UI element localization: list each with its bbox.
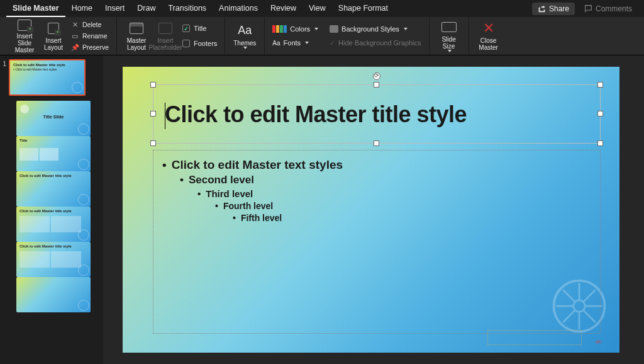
decor-icon	[78, 194, 89, 205]
decor-icon	[78, 229, 89, 241]
delete-button[interactable]: ✕Delete	[70, 20, 109, 30]
fonts-icon: Aa	[272, 40, 280, 47]
title-text[interactable]: Click to edit Master title style	[153, 85, 600, 144]
rename-button[interactable]: ▭Rename	[70, 31, 109, 42]
thumb-layout-3[interactable]: Click to edit Master title style	[16, 171, 91, 207]
body-placeholder[interactable]: Click to edit Master text styles Second …	[153, 150, 601, 334]
slide-size-button[interactable]: Slide Size	[435, 19, 464, 54]
colors-icon	[272, 25, 287, 33]
close-icon: ✕	[483, 21, 494, 36]
decor-icon	[78, 159, 89, 170]
bullet-l4: Fourth level	[162, 200, 591, 212]
footers-checkbox[interactable]: Footers	[182, 38, 217, 49]
decor-icon	[78, 300, 89, 311]
slide-master-icon: +	[18, 20, 31, 31]
thumb-layout-1[interactable]: Title Slide	[16, 101, 91, 136]
themes-button[interactable]: Aa Themes	[230, 19, 259, 54]
master-number: 1	[1, 59, 9, 67]
main-area: 1 Click to edit Master title style • Cli…	[0, 55, 644, 364]
tab-strip: Slide Master Home Insert Draw Transition…	[0, 0, 644, 17]
decor-icon	[20, 105, 29, 113]
check-icon: ✓	[184, 25, 189, 32]
tab-view[interactable]: View	[303, 0, 332, 17]
bullet-l3: Third level	[162, 188, 591, 200]
tab-slide-master[interactable]: Slide Master	[6, 0, 65, 17]
text-cursor	[165, 103, 165, 129]
insert-layout-button[interactable]: + Insert Layout	[39, 19, 68, 54]
bullet-l5: Fifth level	[162, 212, 591, 224]
thumb-layout-5[interactable]: Click to edit Master title style	[16, 242, 91, 277]
hide-bg-checkbox: ✓ Hide Background Graphics	[330, 37, 421, 48]
decor-icon	[72, 82, 83, 93]
thumb-master[interactable]: Click to edit Master title style • Click…	[9, 59, 86, 96]
ribbon: + Insert Slide Master + Insert Layout ✕D…	[0, 17, 644, 55]
tab-transitions[interactable]: Transitions	[162, 0, 213, 17]
delete-icon: ✕	[70, 20, 79, 29]
share-icon	[538, 4, 546, 13]
tab-animations[interactable]: Animations	[213, 0, 264, 17]
preserve-button[interactable]: 📌Preserve	[70, 42, 109, 53]
background-icon	[330, 25, 338, 33]
close-master-button[interactable]: ✕ Close Master	[474, 19, 503, 54]
preserve-icon: 📌	[70, 43, 79, 52]
colors-button[interactable]: Colors	[272, 23, 318, 35]
title-placeholder[interactable]: Click to edit Master title style	[153, 84, 601, 144]
thumb-layout-6[interactable]	[16, 277, 91, 312]
footer-placeholder[interactable]	[487, 330, 582, 345]
comment-icon	[584, 4, 592, 13]
master-layout-button[interactable]: Master Layout	[122, 19, 151, 54]
comments-label: Comments	[596, 4, 632, 13]
bg-styles-button[interactable]: Background Styles	[330, 23, 421, 35]
rotate-handle[interactable]	[373, 72, 380, 80]
slide-master[interactable]: Click to edit Master title style Click t…	[123, 67, 619, 353]
slide-size-icon	[441, 22, 457, 32]
check-icon: ✓	[330, 39, 335, 47]
tab-insert[interactable]: Insert	[99, 0, 131, 17]
thumb-layout-4[interactable]: Click to edit Master title style	[16, 207, 91, 242]
title-checkbox[interactable]: ✓Title	[182, 23, 217, 34]
decor-icon	[78, 123, 89, 135]
bullet-l2: Second level	[162, 173, 591, 188]
layout-icon: +	[48, 23, 59, 34]
share-label: Share	[549, 4, 569, 13]
tab-home[interactable]: Home	[65, 0, 99, 17]
share-button[interactable]: Share	[532, 3, 575, 15]
placeholder-icon	[158, 23, 172, 34]
insert-slide-master-button[interactable]: + Insert Slide Master	[10, 19, 39, 54]
tab-draw[interactable]: Draw	[131, 0, 162, 17]
rename-icon: ▭	[70, 31, 79, 40]
decor-icon	[78, 264, 89, 276]
thumbnail-panel[interactable]: 1 Click to edit Master title style • Cli…	[0, 55, 103, 364]
tab-review[interactable]: Review	[264, 0, 303, 17]
slide-canvas: Click to edit Master title style Click t…	[103, 55, 644, 364]
fonts-button[interactable]: Aa Fonts	[272, 37, 318, 48]
thumb-layout-2[interactable]: Title	[16, 136, 91, 171]
themes-icon: Aa	[238, 25, 252, 37]
master-layout-icon	[130, 23, 143, 34]
comments-button[interactable]: Comments	[579, 3, 638, 15]
insert-placeholder-button: Insert Placeholder	[151, 19, 180, 54]
bullet-l1: Click to edit Master text styles	[162, 157, 591, 173]
slide-number-placeholder[interactable]: ‹#›	[595, 339, 602, 345]
tab-shape-format[interactable]: Shape Format	[332, 0, 394, 17]
